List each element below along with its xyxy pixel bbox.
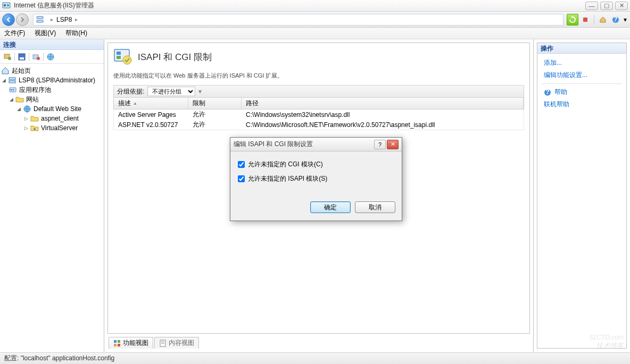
groupby-label: 分组依据: <box>117 87 144 96</box>
vdir-icon <box>30 124 39 132</box>
svg-text:?: ? <box>545 89 549 96</box>
tree-default-website[interactable]: ◢ Default Web Site <box>1 104 103 114</box>
status-bar: 配置: "localhost" applicationHost.config <box>0 352 630 364</box>
minimize-button[interactable]: — <box>585 2 598 10</box>
groupby-select[interactable]: 不进行分组 <box>147 87 195 96</box>
breadcrumb-sep: ▸ <box>75 16 78 22</box>
sort-asc-icon: ▲ <box>133 101 137 106</box>
svg-rect-5 <box>583 18 587 22</box>
menu-bar: 文件(F) 视图(V) 帮助(H) <box>0 28 630 39</box>
action-add[interactable]: 添加... <box>537 57 626 69</box>
svg-rect-25 <box>114 340 117 343</box>
refresh-all-button[interactable] <box>567 14 578 26</box>
folder-icon <box>30 114 39 123</box>
breadcrumb[interactable]: ▸ LSP8 ▸ <box>33 14 563 26</box>
tree-aspnet-client[interactable]: ▷ aspnet_client <box>1 114 103 123</box>
tree-sites[interactable]: ◢ 网站 <box>1 95 103 104</box>
cancel-button[interactable]: 取消 <box>355 201 395 213</box>
help-button[interactable]: ? <box>610 14 621 26</box>
checkbox-cgi-input[interactable] <box>238 161 245 168</box>
col-restriction[interactable]: 限制 <box>188 98 242 109</box>
svg-rect-11 <box>20 57 24 60</box>
groupby-clear[interactable]: ▾ <box>198 88 202 95</box>
action-separator <box>542 83 622 84</box>
checkbox-isapi-input[interactable] <box>238 175 245 182</box>
isapi-cgi-icon <box>113 47 132 66</box>
dialog-titlebar[interactable]: 编辑 ISAPI 和 CGI 限制设置 ? ✕ <box>230 138 402 151</box>
svg-rect-28 <box>118 344 120 346</box>
close-button[interactable]: ✕ <box>615 2 628 10</box>
svg-rect-3 <box>37 16 43 19</box>
window-title: Internet 信息服务(IIS)管理器 <box>14 1 585 10</box>
group-bar: 分组依据: 不进行分组 ▾ <box>113 85 524 98</box>
iis-icon <box>2 2 11 10</box>
dialog-help-button[interactable]: ? <box>374 140 386 149</box>
browse-icon[interactable] <box>45 52 56 62</box>
stop-button[interactable] <box>579 14 591 26</box>
svg-rect-22 <box>117 52 121 55</box>
folder-icon <box>15 95 24 104</box>
expand-icon[interactable]: ▷ <box>23 116 29 122</box>
actions-header: 操作 <box>537 43 626 54</box>
connections-panel: 连接 起始页 ◢ LSP8 (LSP8\Administrator) 应用程序池 <box>0 39 104 352</box>
svg-rect-4 <box>37 20 43 22</box>
col-path[interactable]: 路径 <box>242 98 524 109</box>
help-icon: ? <box>544 89 551 96</box>
table-row[interactable]: Active Server Pages 允许 C:\Windows\system… <box>114 109 524 120</box>
svg-rect-23 <box>117 56 121 59</box>
action-help[interactable]: ? 帮助 <box>537 86 626 98</box>
svg-point-24 <box>123 56 131 64</box>
checkbox-allow-isapi[interactable]: 允许未指定的 ISAPI 模块(S) <box>238 174 394 183</box>
dialog-close-button[interactable]: ✕ <box>387 140 399 149</box>
collapse-icon[interactable]: ◢ <box>16 106 22 112</box>
menu-view[interactable]: 视图(V) <box>35 29 56 38</box>
tab-content-view[interactable]: 内容视图 <box>154 337 199 349</box>
menu-file[interactable]: 文件(F) <box>4 29 25 38</box>
col-description[interactable]: 描述▲ <box>114 98 188 109</box>
home-button[interactable] <box>597 14 609 26</box>
svg-rect-26 <box>118 340 120 343</box>
svg-text:?: ? <box>614 16 617 23</box>
bottom-tabs: 功能视图 内容视图 <box>107 336 530 349</box>
connect-icon[interactable] <box>2 52 13 62</box>
svg-rect-2 <box>7 4 9 6</box>
svg-rect-15 <box>9 78 15 80</box>
expand-icon[interactable]: ▷ <box>23 125 29 131</box>
window-titlebar: Internet 信息服务(IIS)管理器 — ▢ ✕ <box>0 0 630 12</box>
rows-container: Active Server Pages 允许 C:\Windows\system… <box>113 109 524 130</box>
help-dropdown[interactable]: ▾ <box>623 14 628 26</box>
server-icon <box>8 76 16 84</box>
home-icon <box>1 66 10 75</box>
server-icon <box>36 15 44 24</box>
tree-virtualserver[interactable]: ▷ VirtualServer <box>1 123 103 133</box>
dialog-title: 编辑 ISAPI 和 CGI 限制设置 <box>234 140 373 149</box>
tree-server[interactable]: ◢ LSP8 (LSP8\Administrator) <box>1 75 103 85</box>
nav-bar: ▸ LSP8 ▸ ? ▾ <box>0 12 630 28</box>
maximize-button[interactable]: ▢ <box>600 2 613 10</box>
svg-point-18 <box>11 89 12 91</box>
action-online-help[interactable]: 联机帮助 <box>537 98 626 111</box>
apppool-icon <box>9 86 17 94</box>
menu-help[interactable]: 帮助(H) <box>65 29 87 38</box>
tab-features-view[interactable]: 功能视图 <box>109 337 153 349</box>
page-title: ISAPI 和 CGI 限制 <box>138 51 212 63</box>
forward-button[interactable] <box>16 13 29 26</box>
back-button[interactable] <box>2 13 15 26</box>
collapse-icon[interactable]: ◢ <box>9 97 14 103</box>
status-text: 配置: "localhost" applicationHost.config <box>4 354 114 363</box>
connections-header: 连接 <box>0 39 104 50</box>
table-row[interactable]: ASP.NET v2.0.50727 允许 C:\Windows\Microso… <box>114 120 524 130</box>
features-icon <box>113 340 121 347</box>
tree-start-page[interactable]: 起始页 <box>1 66 103 75</box>
checkbox-allow-cgi[interactable]: 允许未指定的 CGI 模块(C) <box>238 160 394 169</box>
delete-icon[interactable] <box>31 52 42 62</box>
column-headers: 描述▲ 限制 路径 <box>113 98 524 109</box>
actions-panel: 操作 添加... 编辑功能设置... ? 帮助 联机帮助 <box>533 39 630 352</box>
tree-app-pools[interactable]: 应用程序池 <box>1 85 103 95</box>
ok-button[interactable]: 确定 <box>310 201 351 213</box>
svg-point-9 <box>8 57 11 60</box>
breadcrumb-node[interactable]: LSP8 <box>56 16 72 23</box>
save-icon[interactable] <box>16 52 27 62</box>
action-edit-feature-settings[interactable]: 编辑功能设置... <box>537 69 626 81</box>
collapse-icon[interactable]: ◢ <box>1 78 7 83</box>
